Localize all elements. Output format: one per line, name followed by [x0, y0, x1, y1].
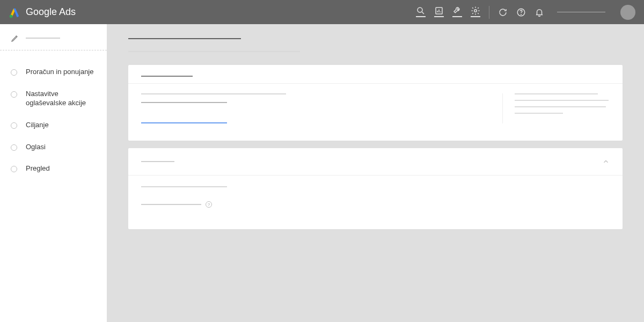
google-ads-logo-icon — [9, 6, 20, 18]
sidebar-item-label: Ciljanje — [26, 121, 49, 130]
question-icon[interactable]: ? — [206, 201, 212, 208]
budget-card — [128, 65, 623, 141]
sidebar-item-label: Proračun in ponujanje — [26, 68, 93, 77]
sidebar-draft-header[interactable] — [0, 34, 107, 50]
step-circle-icon — [11, 91, 17, 98]
page-subtitle-placeholder — [128, 51, 300, 52]
sidebar-item-label: Oglasi — [26, 143, 46, 152]
info-line — [515, 113, 563, 114]
main-content: ? — [107, 24, 644, 322]
sidebar-item-campaign-settings[interactable]: Nastavitve oglaševalske akcije — [0, 83, 107, 114]
card-header — [128, 65, 623, 83]
step-circle-icon — [11, 69, 17, 76]
brand-logo[interactable]: Google Ads — [9, 6, 76, 18]
refresh-icon[interactable] — [498, 8, 508, 17]
header-toolbar — [416, 5, 635, 20]
brand-name: Google Ads — [26, 6, 76, 18]
svg-point-0 — [10, 14, 13, 18]
step-circle-icon — [11, 122, 17, 129]
info-line — [515, 93, 598, 94]
form-line-placeholder — [141, 93, 286, 94]
avatar[interactable] — [620, 5, 635, 20]
page-title-placeholder — [128, 38, 241, 39]
step-circle-icon — [11, 144, 17, 151]
card-sidebar-info — [502, 93, 610, 123]
card-main-form — [141, 93, 502, 123]
info-line — [515, 100, 609, 101]
search-icon[interactable] — [416, 8, 426, 17]
reports-icon[interactable] — [434, 8, 444, 17]
toolbar-divider — [489, 6, 489, 19]
svg-point-9 — [521, 14, 522, 14]
sidebar-item-ads[interactable]: Oglasi — [0, 136, 107, 158]
sidebar-item-budget[interactable]: Proračun in ponujanje — [0, 61, 107, 83]
svg-line-2 — [422, 12, 424, 14]
pencil-icon — [11, 34, 19, 42]
tools-icon[interactable] — [452, 8, 462, 17]
link-placeholder[interactable] — [141, 122, 227, 123]
card-header[interactable] — [128, 148, 623, 175]
sidebar-item-label: Pregled — [26, 164, 50, 173]
card-title-placeholder — [141, 161, 174, 162]
card-title-placeholder — [141, 76, 193, 77]
sidebar-header-placeholder — [26, 38, 60, 39]
app-header: Google Ads — [0, 0, 644, 24]
sidebar-divider — [0, 50, 107, 50]
info-line — [515, 106, 606, 107]
sidebar-item-review[interactable]: Pregled — [0, 158, 107, 180]
settings-icon[interactable] — [471, 8, 480, 17]
bidding-card: ? — [128, 148, 623, 229]
input-placeholder[interactable] — [141, 102, 227, 103]
sidebar-item-label: Nastavitve oglaševalske akcije — [26, 90, 96, 108]
helper-row: ? — [141, 201, 610, 208]
step-circle-icon — [11, 166, 17, 172]
svg-point-7 — [474, 9, 477, 12]
account-placeholder — [557, 12, 605, 12]
sidebar-item-targeting[interactable]: Ciljanje — [0, 114, 107, 136]
notifications-icon[interactable] — [535, 8, 544, 17]
chevron-up-icon[interactable] — [602, 158, 610, 165]
form-line-placeholder — [141, 186, 227, 187]
sidebar: Proračun in ponujanje Nastavitve oglašev… — [0, 24, 107, 322]
svg-point-1 — [418, 8, 422, 12]
help-icon[interactable] — [516, 8, 526, 17]
helper-text-placeholder — [141, 204, 201, 205]
